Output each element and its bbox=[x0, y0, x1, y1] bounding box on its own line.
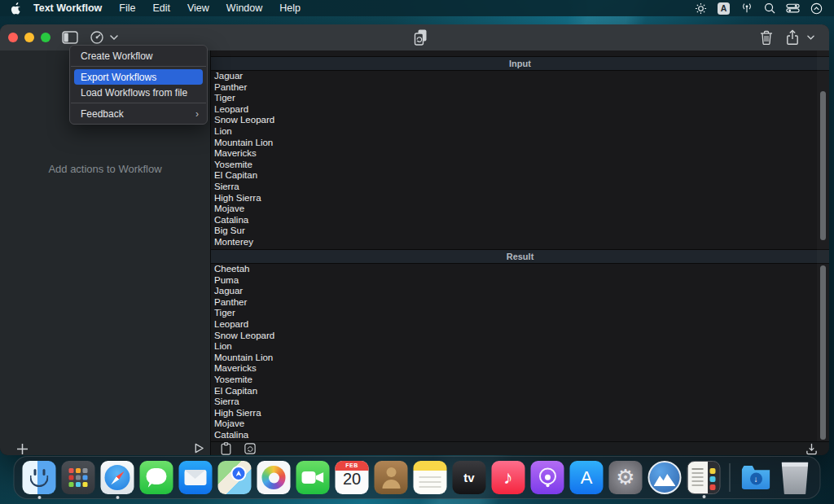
result-line: Catalina bbox=[211, 430, 829, 441]
loop-box-icon[interactable] bbox=[244, 443, 256, 454]
share-chevron-icon[interactable] bbox=[807, 35, 814, 40]
control-center-icon[interactable] bbox=[786, 3, 800, 13]
apple-menu-icon[interactable] bbox=[10, 2, 20, 15]
menu-bar: Text Workflow FileEditViewWindowHelp A bbox=[0, 0, 834, 16]
result-scrollbar-thumb[interactable] bbox=[820, 265, 826, 440]
share-icon[interactable] bbox=[786, 29, 799, 46]
menubar-menu[interactable]: File bbox=[119, 2, 135, 14]
running-indicator bbox=[116, 496, 119, 499]
input-line: High Sierra bbox=[211, 193, 829, 204]
dock-icon-podcasts[interactable] bbox=[531, 461, 564, 494]
workflow-gauge-icon[interactable] bbox=[90, 30, 104, 45]
window-controls bbox=[8, 33, 50, 42]
dock-icon-trash[interactable] bbox=[779, 461, 812, 494]
result-line: Mavericks bbox=[211, 363, 829, 375]
dock-icon-notes[interactable] bbox=[414, 461, 447, 494]
dock-icon-messages[interactable] bbox=[140, 461, 173, 494]
zoom-button[interactable] bbox=[41, 33, 50, 42]
dock-icon-photos[interactable] bbox=[257, 461, 291, 494]
close-button[interactable] bbox=[8, 33, 18, 42]
input-line: Catalina bbox=[211, 215, 829, 226]
minimize-button[interactable] bbox=[24, 33, 34, 42]
result-panel-title: Result bbox=[507, 252, 534, 261]
app-glyph: tv bbox=[453, 461, 486, 494]
chevron-down-icon[interactable] bbox=[110, 35, 118, 40]
menubar-menus: FileEditViewWindowHelp bbox=[102, 2, 301, 14]
input-source-icon[interactable]: A bbox=[718, 2, 730, 15]
add-action-icon[interactable] bbox=[16, 443, 29, 455]
io-panels: Input JaguarPantherTigerLeopardSnow Leop… bbox=[211, 50, 829, 442]
dock-icon-finder[interactable] bbox=[23, 461, 56, 494]
dock-icon-appletv[interactable]: tv bbox=[453, 461, 486, 494]
dock-icon-launchpad[interactable] bbox=[62, 461, 95, 494]
input-line: Panther bbox=[211, 82, 829, 94]
input-line: Sierra bbox=[211, 182, 829, 193]
dock-icon-settings[interactable]: ⚙ bbox=[609, 461, 643, 494]
menubar-menu[interactable]: Window bbox=[226, 2, 262, 14]
menu-item-load-workflows[interactable]: Load Workflows from file bbox=[70, 85, 207, 100]
input-line: El Capitan bbox=[211, 170, 829, 182]
result-line: Panther bbox=[211, 297, 829, 309]
sidebar-toggle-icon[interactable] bbox=[62, 31, 78, 44]
dock-icon-textworkflow[interactable] bbox=[687, 461, 721, 494]
duplicate-run-icon[interactable] bbox=[412, 28, 429, 46]
menu-item-export-workflows[interactable]: Export Workflows bbox=[74, 69, 203, 85]
dock-icon-facetime[interactable] bbox=[296, 461, 330, 494]
menubar-menu[interactable]: View bbox=[187, 2, 209, 14]
input-line: Leopard bbox=[211, 104, 829, 116]
dock-icon-mail[interactable] bbox=[179, 461, 213, 494]
menubar-status-area: A bbox=[695, 2, 834, 15]
app-glyph: ♪ bbox=[492, 461, 525, 494]
dictation-icon[interactable] bbox=[740, 2, 753, 14]
trash-icon[interactable] bbox=[760, 30, 773, 45]
input-line: Big Sur bbox=[211, 226, 829, 237]
input-line: Mavericks bbox=[211, 148, 829, 160]
result-line: Yosemite bbox=[211, 375, 829, 386]
empty-workflow-placeholder: Add actions to Workflow bbox=[0, 163, 210, 175]
active-app-name[interactable]: Text Workflow bbox=[33, 2, 102, 14]
spotlight-search-icon[interactable] bbox=[764, 2, 775, 14]
dock-icon-music[interactable]: ♪ bbox=[492, 461, 525, 494]
dock-icon-downloads[interactable] bbox=[740, 461, 773, 494]
input-line: Mountain Lion bbox=[211, 138, 829, 149]
run-play-icon[interactable] bbox=[193, 442, 205, 454]
result-line: El Capitan bbox=[211, 386, 829, 397]
result-line: Mountain Lion bbox=[211, 353, 829, 364]
display-brightness-icon[interactable] bbox=[695, 2, 707, 15]
running-indicator bbox=[702, 495, 705, 498]
result-line: Tiger bbox=[211, 308, 829, 319]
menubar-menu[interactable]: Help bbox=[279, 2, 301, 14]
result-line: Mojave bbox=[211, 419, 829, 430]
app-glyph: ⚙ bbox=[609, 461, 643, 494]
dock-icon-appstore[interactable]: A bbox=[570, 461, 604, 494]
result-line: Jaguar bbox=[211, 286, 829, 297]
workflow-dropdown-menu: Create Workflow Export Workflows Load Wo… bbox=[69, 45, 208, 125]
clipboard-icon[interactable] bbox=[221, 442, 231, 455]
menu-separator bbox=[71, 66, 206, 67]
result-text-area[interactable]: CheetahPumaJaguarPantherTigerLeopardSnow… bbox=[211, 264, 829, 442]
input-scrollbar-thumb[interactable] bbox=[820, 91, 826, 240]
menu-item-label: Feedback bbox=[81, 108, 124, 120]
session-chevron-icon[interactable] bbox=[810, 2, 823, 15]
menu-item-feedback[interactable]: Feedback › bbox=[70, 106, 207, 121]
menu-item-create-workflow[interactable]: Create Workflow bbox=[70, 48, 207, 64]
dock-icon-calendar[interactable]: FEB20 bbox=[336, 461, 369, 494]
running-indicator bbox=[37, 496, 41, 499]
dock-icon-maps[interactable] bbox=[218, 461, 252, 494]
dock-icon-mountain[interactable] bbox=[648, 461, 682, 494]
result-line: Puma bbox=[211, 275, 829, 287]
input-panel-header: Input bbox=[211, 56, 829, 71]
result-line: Leopard bbox=[211, 319, 829, 331]
menubar-menu[interactable]: Edit bbox=[152, 2, 170, 14]
dock: FEB20tv♪A⚙ bbox=[14, 456, 821, 499]
dock-icon-safari[interactable] bbox=[101, 461, 134, 494]
save-to-file-icon[interactable] bbox=[805, 443, 818, 455]
input-panel-title: Input bbox=[509, 59, 531, 68]
input-line: Mojave bbox=[211, 204, 829, 215]
result-line: Sierra bbox=[211, 397, 829, 408]
calendar-month: FEB bbox=[336, 462, 369, 468]
toolbar-right-group bbox=[760, 29, 829, 46]
input-text-area[interactable]: JaguarPantherTigerLeopardSnow LeopardLio… bbox=[211, 71, 829, 249]
dock-icon-contacts[interactable] bbox=[375, 461, 408, 494]
result-line: Lion bbox=[211, 341, 829, 353]
